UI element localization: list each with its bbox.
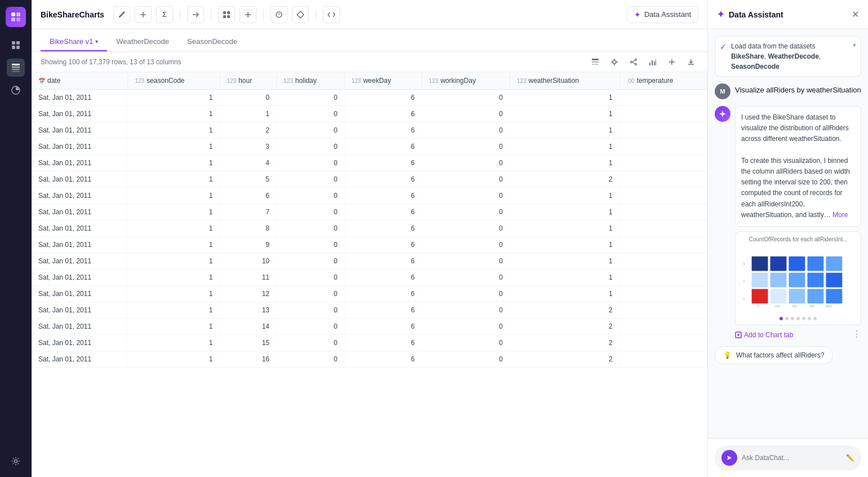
table-cell: 6 [344, 351, 422, 368]
add-col-btn[interactable] [665, 55, 679, 69]
chart-btn[interactable] [645, 55, 660, 69]
table-cell: 0 [277, 90, 345, 106]
table-cell: 4 [220, 155, 277, 171]
chat-input-field[interactable] [742, 454, 842, 462]
table-cell: 6 [344, 237, 422, 253]
add-to-chart-button[interactable]: Add to Chart tab [735, 331, 793, 339]
left-sidebar [0, 0, 32, 477]
split-btn[interactable] [240, 6, 256, 23]
dot-6[interactable] [808, 317, 811, 320]
table-cell: 6 [344, 319, 422, 335]
dot-1[interactable] [780, 317, 783, 320]
table-cell: 2 [510, 351, 620, 368]
col-header-holiday[interactable]: 123holiday [277, 72, 345, 90]
table-cell: 0 [422, 106, 510, 122]
add-btn[interactable] [135, 6, 152, 23]
col-header-date[interactable]: 📅date [32, 72, 128, 90]
table-cell: 1 [128, 302, 220, 319]
suggestion-chip[interactable]: 💡 What factors affect allRiders? [715, 346, 833, 364]
tab-weatherdecode[interactable]: WeatherDecode [107, 33, 178, 51]
svg-point-24 [635, 59, 637, 60]
table-cell: 1 [128, 335, 220, 351]
circle-btn[interactable] [271, 6, 287, 23]
data-table-container[interactable]: 📅date 123seasonCode 123hour 123holiday 1… [32, 72, 707, 477]
table-cell: 16 [220, 351, 277, 368]
table-cell: 9 [220, 237, 277, 253]
table-cell: 0 [277, 302, 345, 319]
data-assistant-button[interactable]: ✦ Data Assistant [627, 6, 698, 23]
col-header-weathersituation[interactable]: 123weatherSituation [510, 72, 620, 90]
tab-chevron-icon: ▾ [95, 38, 98, 45]
chat-input-wrapper: ✏️ [715, 445, 861, 470]
filter-btn[interactable] [607, 55, 622, 69]
table-cell [619, 335, 707, 351]
svg-rect-15 [227, 11, 230, 14]
svg-rect-33 [752, 257, 768, 271]
table-cell: 0 [277, 253, 345, 270]
col-header-weekday[interactable]: 123weekDay [344, 72, 422, 90]
tab-bikeshare-label: BikeShare v1 [50, 37, 93, 46]
panel-close-button[interactable]: ✕ [852, 9, 859, 20]
table-cell: 0 [277, 139, 345, 155]
col-header-workingday[interactable]: 123workingDay [422, 72, 510, 90]
dataset-load-item: ✓ Load data from the datasets BikeShare,… [715, 36, 861, 77]
more-link[interactable]: More [832, 211, 848, 219]
col-header-seasoncode[interactable]: 123seasonCode [128, 72, 220, 90]
svg-rect-20 [592, 61, 599, 63]
svg-rect-9 [12, 67, 20, 68]
app-title: BikeShareCharts [41, 10, 104, 19]
col-header-hour[interactable]: 123hour [220, 72, 277, 90]
dot-7[interactable] [813, 317, 817, 320]
download-btn[interactable] [684, 55, 698, 69]
table-cell: 0 [422, 253, 510, 270]
table-cell: 0 [277, 319, 345, 335]
tab-seasondecode[interactable]: SeasonDecode [178, 33, 246, 51]
svg-rect-28 [654, 61, 655, 65]
table-view-btn[interactable] [588, 55, 603, 69]
sidebar-item-table[interactable] [7, 59, 25, 77]
table-cell: Sat, Jan 01, 2011 [32, 188, 128, 204]
svg-rect-37 [826, 257, 842, 271]
table-cell: 1 [128, 270, 220, 286]
sidebar-item-settings[interactable] [7, 452, 25, 470]
svg-point-25 [635, 63, 637, 65]
heatmap-svg: 3 2 1 [740, 246, 856, 313]
col-header-temperature[interactable]: .00temperature [619, 72, 707, 90]
table-header-row: 📅date 123seasonCode 123hour 123holiday 1… [32, 72, 707, 90]
table-cell: 6 [344, 171, 422, 188]
expand-icon[interactable]: ▾ [853, 41, 856, 49]
table-cell: 1 [510, 139, 620, 155]
tab-bikeshare[interactable]: BikeShare v1 ▾ [41, 33, 107, 51]
svg-rect-14 [223, 11, 226, 14]
table-cell: 0 [277, 155, 345, 171]
table-cell: 5 [220, 171, 277, 188]
dot-3[interactable] [791, 317, 794, 320]
dot-2[interactable] [785, 317, 789, 320]
table-cell [619, 90, 707, 106]
network-btn[interactable] [626, 55, 641, 69]
table-cell: 14 [220, 319, 277, 335]
more-options-button[interactable]: ⋮ [852, 329, 861, 339]
dot-4[interactable] [796, 317, 800, 320]
table-cell: 3 [220, 139, 277, 155]
chat-send-button[interactable] [721, 450, 737, 466]
chat-edit-icon[interactable]: ✏️ [846, 454, 854, 462]
dot-5[interactable] [802, 317, 805, 320]
sigma-btn[interactable]: Σ [156, 6, 173, 23]
arrow-btn[interactable] [187, 6, 204, 23]
table-cell [619, 351, 707, 368]
table-cell [619, 171, 707, 188]
tabs-bar: BikeShare v1 ▾ WeatherDecode SeasonDecod… [32, 29, 707, 52]
edit-btn[interactable] [113, 6, 130, 23]
code-btn[interactable] [323, 6, 340, 23]
grid-btn[interactable] [218, 6, 235, 23]
table-cell: Sat, Jan 01, 2011 [32, 270, 128, 286]
table-cell: 0 [422, 335, 510, 351]
table-cell: 6 [344, 90, 422, 106]
sidebar-item-grid[interactable] [7, 36, 25, 54]
svg-rect-3 [16, 17, 20, 21]
sidebar-item-chart[interactable] [7, 81, 25, 99]
table-cell [619, 188, 707, 204]
chart-title: CountOfRecords for each allRidersInt... [740, 236, 856, 242]
diamond-btn[interactable] [292, 6, 309, 23]
